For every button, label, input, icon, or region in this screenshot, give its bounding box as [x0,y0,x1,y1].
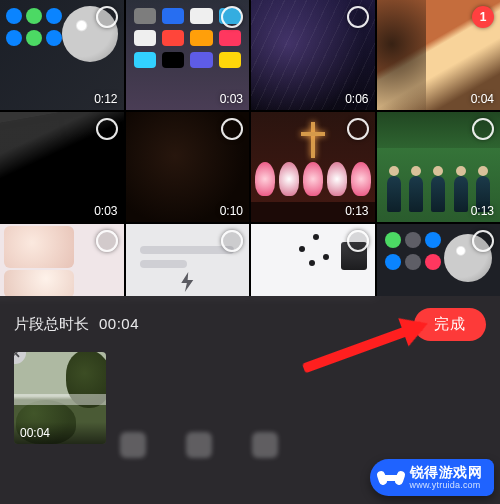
video-tile[interactable]: 0:12 [0,0,124,110]
total-duration-label: 片段总时长 [14,315,89,334]
video-grid: 0:12 0:03 0:06 1 0:04 0:03 0: [0,0,500,298]
total-duration: 片段总时长 00:04 [14,315,139,334]
tile-duration: 0:13 [471,204,494,218]
select-circle-icon[interactable] [347,6,369,28]
video-tile[interactable] [251,224,375,298]
select-circle-icon[interactable] [221,6,243,28]
tile-duration: 0:06 [345,92,368,106]
video-tile[interactable]: 0:03 [126,0,250,110]
tile-duration: 0:12 [94,92,117,106]
watermark-url: www.ytruida.com [410,480,483,490]
video-tile[interactable]: 0:03 [0,112,124,222]
tile-duration: 0:03 [94,204,117,218]
select-circle-icon[interactable] [347,118,369,140]
select-circle-icon[interactable] [96,230,118,252]
tile-duration: 0:10 [220,204,243,218]
video-picker-screen: 0:12 0:03 0:06 1 0:04 0:03 0: [0,0,500,504]
selected-clip[interactable]: ✕ 00:04 [14,352,106,444]
tile-duration: 0:04 [471,92,494,106]
tile-duration: 0:13 [345,204,368,218]
select-circle-icon[interactable] [221,230,243,252]
panel-bottom-blur [120,430,490,460]
select-circle-icon[interactable] [96,6,118,28]
video-tile[interactable]: 1 0:04 [377,0,501,110]
select-circle-icon[interactable] [347,230,369,252]
video-tile[interactable]: 0:13 [251,112,375,222]
gamepad-icon [378,469,404,487]
watermark-brand: 锐得游戏网 [410,465,483,480]
select-circle-icon[interactable] [96,118,118,140]
remove-clip-button[interactable]: ✕ [14,352,26,364]
video-tile[interactable] [0,224,124,298]
watermark-text: 锐得游戏网 www.ytruida.com [410,465,483,490]
select-circle-icon[interactable] [472,230,494,252]
clip-decoration [66,352,106,408]
total-duration-value: 00:04 [99,315,139,332]
video-tile[interactable]: 0:13 [377,112,501,222]
watermark-badge: 锐得游戏网 www.ytruida.com [370,459,495,496]
select-circle-icon[interactable] [221,118,243,140]
tile-duration: 0:03 [220,92,243,106]
video-tile[interactable] [126,224,250,298]
video-tile[interactable] [377,224,501,298]
video-tile[interactable]: 0:06 [251,0,375,110]
video-tile[interactable]: 0:10 [126,112,250,222]
clip-duration: 00:04 [14,422,106,444]
select-circle-selected-icon[interactable]: 1 [472,6,494,28]
select-circle-icon[interactable] [472,118,494,140]
